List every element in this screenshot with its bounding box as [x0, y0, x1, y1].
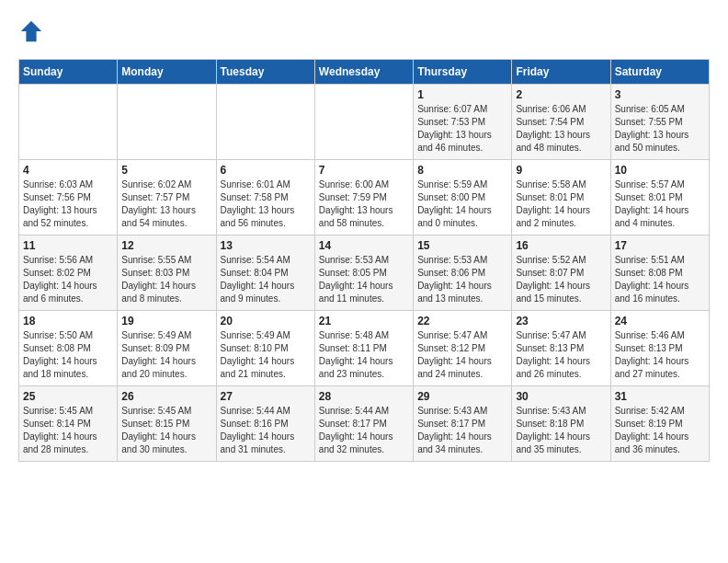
day-number: 6: [221, 164, 311, 177]
day-info: Sunrise: 6:02 AM Sunset: 7:57 PM Dayligh…: [121, 178, 211, 230]
day-number: 26: [121, 390, 211, 403]
day-number: 7: [319, 164, 409, 177]
day-number: 11: [23, 239, 113, 252]
day-number: 23: [516, 315, 606, 327]
day-info: Sunrise: 5:45 AM Sunset: 8:15 PM Dayligh…: [121, 405, 211, 456]
day-info: Sunrise: 6:05 AM Sunset: 7:55 PM Dayligh…: [615, 103, 705, 155]
calendar-cell: 26Sunrise: 5:45 AM Sunset: 8:15 PM Dayli…: [118, 386, 216, 462]
calendar-cell: 4Sunrise: 6:03 AM Sunset: 7:56 PM Daylig…: [19, 160, 118, 236]
logo-icon: [18, 18, 44, 44]
day-number: 21: [319, 315, 409, 327]
day-number: 29: [417, 390, 507, 403]
day-info: Sunrise: 5:53 AM Sunset: 8:05 PM Dayligh…: [319, 254, 409, 305]
calendar-cell: 6Sunrise: 6:01 AM Sunset: 7:58 PM Daylig…: [216, 160, 314, 236]
day-number: 17: [615, 239, 705, 252]
day-info: Sunrise: 6:01 AM Sunset: 7:58 PM Dayligh…: [221, 178, 311, 230]
calendar-cell: 13Sunrise: 5:54 AM Sunset: 8:04 PM Dayli…: [216, 236, 314, 311]
calendar-cell: 27Sunrise: 5:44 AM Sunset: 8:16 PM Dayli…: [216, 386, 314, 462]
day-info: Sunrise: 5:54 AM Sunset: 8:04 PM Dayligh…: [221, 254, 311, 305]
day-info: Sunrise: 5:47 AM Sunset: 8:13 PM Dayligh…: [516, 329, 606, 381]
calendar-cell: 23Sunrise: 5:47 AM Sunset: 8:13 PM Dayli…: [512, 311, 610, 386]
calendar-cell: 12Sunrise: 5:55 AM Sunset: 8:03 PM Dayli…: [118, 236, 216, 311]
calendar-cell: 5Sunrise: 6:02 AM Sunset: 7:57 PM Daylig…: [118, 160, 216, 236]
calendar-header-monday: Monday: [118, 60, 216, 85]
calendar-week-row: 4Sunrise: 6:03 AM Sunset: 7:56 PM Daylig…: [19, 160, 710, 236]
calendar-cell: 19Sunrise: 5:49 AM Sunset: 8:09 PM Dayli…: [118, 311, 216, 386]
day-number: 16: [516, 239, 606, 252]
day-info: Sunrise: 5:53 AM Sunset: 8:06 PM Dayligh…: [417, 254, 507, 305]
calendar-table: SundayMondayTuesdayWednesdayThursdayFrid…: [18, 59, 710, 462]
calendar-cell: [118, 85, 216, 160]
day-number: 27: [221, 390, 311, 403]
day-number: 14: [319, 239, 409, 252]
day-number: 22: [417, 315, 507, 327]
day-info: Sunrise: 6:06 AM Sunset: 7:54 PM Dayligh…: [516, 103, 606, 155]
calendar-cell: [216, 85, 314, 160]
calendar-cell: 29Sunrise: 5:43 AM Sunset: 8:17 PM Dayli…: [414, 386, 512, 462]
calendar-cell: 11Sunrise: 5:56 AM Sunset: 8:02 PM Dayli…: [19, 236, 118, 311]
day-info: Sunrise: 5:44 AM Sunset: 8:16 PM Dayligh…: [221, 405, 311, 456]
day-info: Sunrise: 5:56 AM Sunset: 8:02 PM Dayligh…: [23, 254, 113, 305]
calendar-week-row: 11Sunrise: 5:56 AM Sunset: 8:02 PM Dayli…: [19, 236, 710, 311]
calendar-header-row: SundayMondayTuesdayWednesdayThursdayFrid…: [19, 60, 710, 85]
calendar-cell: 9Sunrise: 5:58 AM Sunset: 8:01 PM Daylig…: [512, 160, 610, 236]
day-number: 12: [121, 239, 211, 252]
calendar-cell: 31Sunrise: 5:42 AM Sunset: 8:19 PM Dayli…: [610, 386, 709, 462]
day-info: Sunrise: 5:43 AM Sunset: 8:17 PM Dayligh…: [417, 405, 507, 456]
day-number: 24: [615, 315, 705, 327]
calendar-cell: 20Sunrise: 5:49 AM Sunset: 8:10 PM Dayli…: [216, 311, 314, 386]
calendar-cell: 25Sunrise: 5:45 AM Sunset: 8:14 PM Dayli…: [19, 386, 118, 462]
calendar-cell: 16Sunrise: 5:52 AM Sunset: 8:07 PM Dayli…: [512, 236, 610, 311]
day-number: 18: [23, 315, 113, 327]
calendar-cell: [19, 85, 118, 160]
day-number: 28: [319, 390, 409, 403]
calendar-header-thursday: Thursday: [414, 60, 512, 85]
calendar-header-wednesday: Wednesday: [314, 60, 413, 85]
day-info: Sunrise: 5:52 AM Sunset: 8:07 PM Dayligh…: [516, 254, 606, 305]
calendar-cell: 21Sunrise: 5:48 AM Sunset: 8:11 PM Dayli…: [314, 311, 413, 386]
calendar-cell: 22Sunrise: 5:47 AM Sunset: 8:12 PM Dayli…: [414, 311, 512, 386]
day-number: 9: [516, 164, 606, 177]
page-header: [18, 18, 710, 44]
calendar-cell: [314, 85, 413, 160]
day-info: Sunrise: 5:45 AM Sunset: 8:14 PM Dayligh…: [23, 405, 113, 456]
day-number: 19: [121, 315, 211, 327]
day-number: 2: [516, 88, 606, 101]
day-info: Sunrise: 5:55 AM Sunset: 8:03 PM Dayligh…: [121, 254, 211, 305]
day-info: Sunrise: 6:03 AM Sunset: 7:56 PM Dayligh…: [23, 178, 113, 230]
day-info: Sunrise: 5:51 AM Sunset: 8:08 PM Dayligh…: [615, 254, 705, 305]
day-number: 1: [417, 88, 507, 101]
calendar-header-tuesday: Tuesday: [216, 60, 314, 85]
day-info: Sunrise: 5:42 AM Sunset: 8:19 PM Dayligh…: [615, 405, 705, 456]
day-info: Sunrise: 5:44 AM Sunset: 8:17 PM Dayligh…: [319, 405, 409, 456]
day-info: Sunrise: 5:47 AM Sunset: 8:12 PM Dayligh…: [417, 329, 507, 381]
calendar-cell: 3Sunrise: 6:05 AM Sunset: 7:55 PM Daylig…: [610, 85, 709, 160]
logo: [18, 18, 48, 44]
calendar-cell: 17Sunrise: 5:51 AM Sunset: 8:08 PM Dayli…: [610, 236, 709, 311]
svg-marker-0: [21, 21, 41, 41]
day-number: 20: [221, 315, 311, 327]
calendar-week-row: 1Sunrise: 6:07 AM Sunset: 7:53 PM Daylig…: [19, 85, 710, 160]
calendar-cell: 1Sunrise: 6:07 AM Sunset: 7:53 PM Daylig…: [414, 85, 512, 160]
day-info: Sunrise: 5:50 AM Sunset: 8:08 PM Dayligh…: [23, 329, 113, 381]
day-number: 30: [516, 390, 606, 403]
day-number: 13: [221, 239, 311, 252]
day-info: Sunrise: 5:57 AM Sunset: 8:01 PM Dayligh…: [615, 178, 705, 230]
calendar-cell: 28Sunrise: 5:44 AM Sunset: 8:17 PM Dayli…: [314, 386, 413, 462]
calendar-header-saturday: Saturday: [610, 60, 709, 85]
calendar-cell: 24Sunrise: 5:46 AM Sunset: 8:13 PM Dayli…: [610, 311, 709, 386]
day-number: 15: [417, 239, 507, 252]
calendar-cell: 10Sunrise: 5:57 AM Sunset: 8:01 PM Dayli…: [610, 160, 709, 236]
day-info: Sunrise: 6:07 AM Sunset: 7:53 PM Dayligh…: [417, 103, 507, 155]
calendar-cell: 15Sunrise: 5:53 AM Sunset: 8:06 PM Dayli…: [414, 236, 512, 311]
calendar-header-friday: Friday: [512, 60, 610, 85]
calendar-cell: 14Sunrise: 5:53 AM Sunset: 8:05 PM Dayli…: [314, 236, 413, 311]
day-info: Sunrise: 5:58 AM Sunset: 8:01 PM Dayligh…: [516, 178, 606, 230]
calendar-cell: 30Sunrise: 5:43 AM Sunset: 8:18 PM Dayli…: [512, 386, 610, 462]
calendar-week-row: 25Sunrise: 5:45 AM Sunset: 8:14 PM Dayli…: [19, 386, 710, 462]
day-number: 10: [615, 164, 705, 177]
day-info: Sunrise: 5:43 AM Sunset: 8:18 PM Dayligh…: [516, 405, 606, 456]
day-info: Sunrise: 5:46 AM Sunset: 8:13 PM Dayligh…: [615, 329, 705, 381]
calendar-cell: 18Sunrise: 5:50 AM Sunset: 8:08 PM Dayli…: [19, 311, 118, 386]
calendar-week-row: 18Sunrise: 5:50 AM Sunset: 8:08 PM Dayli…: [19, 311, 710, 386]
